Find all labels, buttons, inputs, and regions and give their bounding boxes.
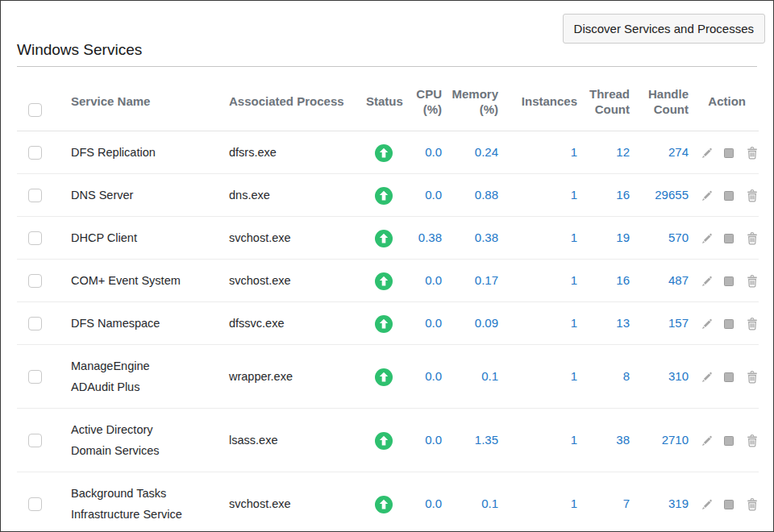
status-cell (366, 259, 402, 301)
memory-value[interactable]: 0.24 (445, 131, 501, 173)
column-header-status: Status (366, 74, 402, 131)
cpu-value[interactable]: 0.0 (402, 173, 445, 216)
delete-trash-icon[interactable] (746, 275, 759, 288)
handle-count-value[interactable]: 310 (633, 344, 692, 408)
memory-value[interactable]: 0.17 (445, 259, 501, 301)
instances-value[interactable]: 1 (501, 131, 580, 173)
memory-value[interactable]: 0.38 (445, 216, 501, 259)
edit-pencil-icon[interactable] (699, 318, 712, 330)
associated-process-cell: svchost.exe (229, 472, 366, 532)
stop-square-icon[interactable] (722, 275, 735, 288)
delete-trash-icon[interactable] (746, 498, 759, 511)
row-select-checkbox[interactable] (28, 317, 42, 330)
instances-value[interactable]: 1 (501, 301, 580, 344)
thread-count-value[interactable]: 38 (580, 408, 633, 472)
edit-pencil-icon[interactable] (699, 189, 712, 202)
row-select-cell (17, 472, 71, 532)
stop-square-icon[interactable] (722, 189, 735, 202)
memory-value[interactable]: 1.35 (445, 408, 501, 472)
stop-square-icon[interactable] (722, 147, 735, 160)
select-all-checkbox[interactable] (28, 103, 42, 117)
column-header-instances: Instances (501, 74, 580, 131)
edit-pencil-icon[interactable] (699, 232, 712, 245)
row-select-checkbox[interactable] (28, 189, 42, 202)
stop-square-icon[interactable] (722, 371, 735, 384)
handle-count-value[interactable]: 319 (633, 472, 692, 532)
cpu-value[interactable]: 0.0 (402, 259, 445, 301)
cpu-value[interactable]: 0.0 (402, 472, 445, 532)
row-select-checkbox[interactable] (28, 497, 42, 511)
service-row: DNS Server dns.exe 0.0 0.88 1 16 29655 (17, 173, 759, 216)
service-name-cell: DFS Replication (71, 131, 229, 173)
thread-count-value[interactable]: 16 (580, 259, 633, 301)
edit-pencil-icon[interactable] (699, 434, 712, 447)
stop-square-icon[interactable] (722, 434, 735, 447)
cpu-value[interactable]: 0.0 (402, 301, 445, 344)
handle-count-value[interactable]: 274 (633, 131, 692, 173)
status-cell (366, 131, 402, 173)
instances-value[interactable]: 1 (501, 259, 580, 301)
instances-value[interactable]: 1 (501, 344, 580, 408)
row-select-checkbox[interactable] (28, 146, 42, 160)
row-select-checkbox[interactable] (28, 274, 42, 288)
stop-square-icon[interactable] (722, 498, 735, 511)
column-header-cpu: CPU (%) (402, 74, 445, 131)
service-row: ManageEngine ADAudit Plus wrapper.exe 0.… (17, 344, 759, 408)
delete-trash-icon[interactable] (746, 232, 759, 245)
delete-trash-icon[interactable] (746, 147, 759, 160)
thread-count-value[interactable]: 8 (580, 344, 633, 408)
thread-count-value[interactable]: 16 (580, 173, 633, 216)
row-select-checkbox[interactable] (28, 231, 42, 245)
instances-value[interactable]: 1 (501, 472, 580, 532)
edit-pencil-icon[interactable] (699, 498, 712, 511)
associated-process-cell: dfsrs.exe (229, 131, 366, 173)
thread-count-value[interactable]: 13 (580, 301, 633, 344)
stop-square-icon[interactable] (722, 318, 735, 330)
cpu-value[interactable]: 0.0 (402, 408, 445, 472)
service-name-cell: DNS Server (71, 173, 229, 216)
service-row: DFS Namespace dfssvc.exe 0.0 0.09 1 13 1… (17, 301, 759, 344)
cpu-value[interactable]: 0.38 (402, 216, 445, 259)
discover-services-button[interactable]: Discover Services and Processes (563, 14, 765, 44)
stop-square-icon[interactable] (722, 232, 735, 245)
row-select-checkbox[interactable] (28, 434, 42, 447)
instances-value[interactable]: 1 (501, 216, 580, 259)
thread-count-value[interactable]: 12 (580, 131, 633, 173)
thread-count-value[interactable]: 7 (580, 472, 633, 532)
delete-trash-icon[interactable] (746, 318, 759, 330)
service-name-cell: DHCP Client (71, 216, 229, 259)
memory-value[interactable]: 0.09 (445, 301, 501, 344)
action-cell (692, 408, 759, 472)
handle-count-value[interactable]: 487 (633, 259, 692, 301)
delete-trash-icon[interactable] (746, 371, 759, 384)
action-cell (692, 259, 759, 301)
handle-count-value[interactable]: 157 (633, 301, 692, 344)
action-cell (692, 131, 759, 173)
status-up-icon (375, 230, 393, 247)
action-cell (692, 472, 759, 532)
handle-count-value[interactable]: 2710 (633, 408, 692, 472)
edit-pencil-icon[interactable] (699, 371, 712, 384)
memory-value[interactable]: 0.88 (445, 173, 501, 216)
row-select-cell (17, 216, 71, 259)
cpu-value[interactable]: 0.0 (402, 344, 445, 408)
instances-value[interactable]: 1 (501, 408, 580, 472)
associated-process-cell: svchost.exe (229, 216, 366, 259)
row-select-checkbox[interactable] (28, 370, 42, 384)
memory-value[interactable]: 0.1 (445, 344, 501, 408)
column-header-thread-count: Thread Count (580, 74, 633, 131)
handle-count-value[interactable]: 570 (633, 216, 692, 259)
thread-count-value[interactable]: 19 (580, 216, 633, 259)
associated-process-cell: wrapper.exe (229, 344, 366, 408)
row-select-cell (17, 131, 71, 173)
action-cell (692, 216, 759, 259)
handle-count-value[interactable]: 29655 (633, 173, 692, 216)
edit-pencil-icon[interactable] (699, 275, 712, 288)
instances-value[interactable]: 1 (501, 173, 580, 216)
status-up-icon (375, 272, 393, 290)
delete-trash-icon[interactable] (746, 434, 759, 447)
memory-value[interactable]: 0.1 (445, 472, 501, 532)
edit-pencil-icon[interactable] (699, 147, 712, 160)
delete-trash-icon[interactable] (746, 189, 759, 202)
cpu-value[interactable]: 0.0 (402, 131, 445, 173)
